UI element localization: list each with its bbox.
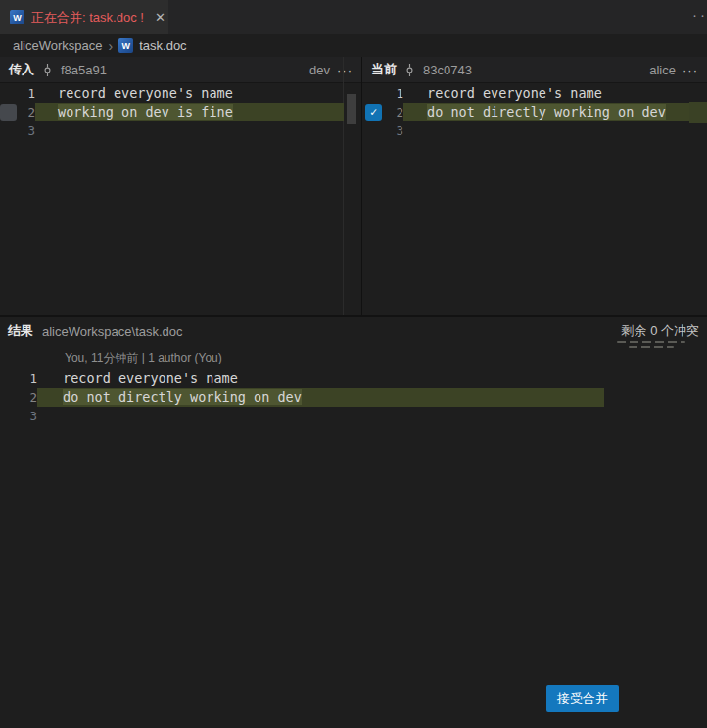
current-pane: 当前 83c0743 alice ··· 1 record everyone's… — [362, 57, 707, 315]
tab-merging-task-doc[interactable]: W 正在合并: task.doc ! ✕ — [0, 0, 168, 34]
line-number: 1 — [20, 84, 35, 103]
line-number: 2 — [20, 103, 35, 121]
line-number: 1 — [388, 84, 403, 103]
incoming-code[interactable]: 1 record everyone's name 2 working on de… — [0, 83, 361, 140]
code-line[interactable]: 3 — [0, 407, 707, 425]
breadcrumb-folder[interactable]: aliceWorkspace — [13, 38, 103, 53]
scrollbar[interactable] — [347, 94, 356, 124]
result-pane: 结果 aliceWorkspace\task.doc 剩余 0 个冲突 You,… — [0, 315, 707, 728]
current-title: 当前 — [371, 61, 397, 78]
tab-title: 正在合并: task.doc ! — [31, 9, 144, 26]
remaining-conflicts-label: 剩余 0 个冲突 — [622, 322, 699, 340]
tab-bar: W 正在合并: task.doc ! ✕ ··· — [0, 0, 707, 34]
incoming-checkbox[interactable] — [0, 104, 17, 121]
minimap[interactable] — [617, 341, 685, 353]
current-checkbox[interactable]: ✓ — [365, 104, 382, 121]
code-text: do not directly working on dev — [63, 389, 302, 405]
commit-icon — [403, 64, 416, 76]
accept-merge-button[interactable]: 接受合并 — [546, 685, 619, 712]
code-line[interactable]: 1 record everyone's name — [362, 84, 707, 103]
line-number: 3 — [20, 121, 35, 140]
merge-editor-panes: 传入 f8a5a91 dev ··· 1 record everyone's n… — [0, 57, 707, 315]
code-line[interactable]: 2 do not directly working on dev — [0, 388, 707, 407]
code-line[interactable]: 3 — [362, 121, 707, 140]
line-number: 2 — [388, 103, 403, 121]
more-actions-icon[interactable]: ··· — [692, 6, 707, 23]
code-line[interactable]: 1 record everyone's name — [0, 369, 707, 388]
breadcrumb-file[interactable]: task.doc — [139, 38, 186, 53]
incoming-branch-name: dev — [309, 63, 330, 77]
code-text: record everyone's name — [427, 85, 602, 101]
code-line[interactable]: 2 working on dev is fine — [0, 103, 361, 121]
line-number: 3 — [388, 121, 403, 140]
code-text: record everyone's name — [58, 85, 233, 101]
incoming-pane: 传入 f8a5a91 dev ··· 1 record everyone's n… — [0, 57, 362, 315]
incoming-more-icon[interactable]: ··· — [337, 63, 353, 77]
current-more-icon[interactable]: ··· — [683, 63, 698, 77]
word-doc-icon: W — [10, 10, 24, 24]
result-title: 结果 — [8, 322, 33, 340]
result-file-path: aliceWorkspace\task.doc — [42, 324, 183, 339]
commit-icon — [41, 64, 54, 76]
word-doc-icon: W — [118, 38, 133, 53]
result-header: 结果 aliceWorkspace\task.doc 剩余 0 个冲突 — [0, 317, 707, 345]
breadcrumb: aliceWorkspace › W task.doc — [0, 34, 707, 57]
current-branch-name: alice — [649, 63, 676, 77]
incoming-pane-header: 传入 f8a5a91 dev ··· — [0, 57, 361, 83]
current-pane-header: 当前 83c0743 alice ··· — [362, 57, 707, 83]
line-number: 1 — [0, 369, 37, 388]
code-text: do not directly working on dev — [427, 104, 666, 120]
incoming-title: 传入 — [9, 61, 34, 78]
code-line[interactable]: 1 record everyone's name — [0, 84, 361, 103]
incoming-commit-hash: f8a5a91 — [61, 63, 107, 77]
current-commit-hash: 83c0743 — [423, 63, 472, 77]
overview-ruler-border — [343, 57, 344, 315]
code-line[interactable]: 3 — [0, 121, 361, 140]
current-code[interactable]: 1 record everyone's name ✓ 2 do not dire… — [362, 83, 707, 140]
overview-ruler-change-mark — [689, 102, 707, 123]
line-number: 3 — [0, 407, 37, 425]
codelens-authors[interactable]: You, 11分钟前 | 1 author (You) — [65, 350, 707, 366]
code-text: working on dev is fine — [58, 104, 233, 120]
result-code[interactable]: 1 record everyone's name 2 do not direct… — [0, 368, 707, 425]
code-text: record everyone's name — [63, 370, 238, 386]
close-icon[interactable]: ✕ — [155, 10, 165, 24]
chevron-right-icon: › — [109, 38, 114, 54]
code-line[interactable]: ✓ 2 do not directly working on dev — [362, 103, 707, 121]
line-number: 2 — [0, 388, 37, 407]
